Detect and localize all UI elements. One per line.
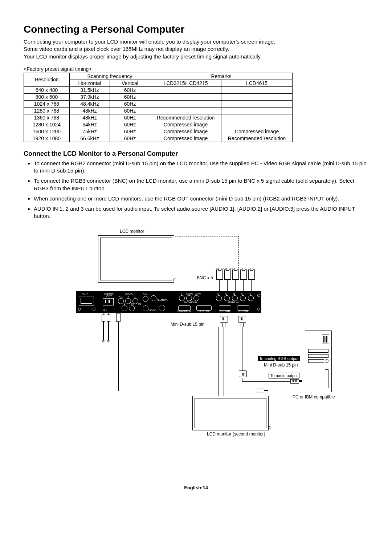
table-row: 640 x 48031.5kHz60Hz [24, 86, 293, 93]
bnc-label: BNC x 5 [197, 275, 213, 280]
instruction-list: To connect the RGB2 connector (mini D-su… [24, 160, 368, 220]
table-row: 1280 x 76848kHz60Hz [24, 107, 293, 114]
audio-plug-icon [257, 389, 264, 393]
mini-dsub-label: Mini D-sub 15 pin [171, 322, 204, 327]
list-item: AUDIO IN 1, 2 and 3 can be used for audi… [34, 205, 368, 220]
intro-line: Your LCD monitor displays proper image b… [24, 53, 368, 60]
audio-out-callout: To audio output [269, 373, 299, 378]
col-remark2: LCD4615 [221, 80, 293, 86]
mini-dsub-pc-label: Mini D-sub 15 pin [264, 362, 298, 368]
page-title: Connecting a Personal Computer [24, 24, 368, 35]
table-row: 1360 x 76848kHz60HzRecommended resolutio… [24, 114, 293, 121]
intro-paragraph: Connecting your computer to your LCD mon… [24, 38, 368, 60]
bnc-plug-icon [240, 270, 247, 280]
subhead: Connect the LCD Monitor to a Personal Co… [24, 150, 368, 158]
connection-diagram: LCD monitor BNC x 5 AC IN Speaker OUT R … [58, 229, 334, 436]
lcd-monitor-label: LCD monitor [120, 229, 144, 234]
audio-plug-icon [102, 315, 105, 322]
list-item: When connecting one or more LCD monitors… [34, 195, 368, 202]
list-item: To connect the RGB2 connector (mini D-su… [34, 160, 368, 175]
dsub-plug-icon [239, 370, 247, 377]
dsub-plug-icon [238, 316, 246, 323]
timing-table: Resolution Scanning frequency Remarks Ho… [24, 73, 293, 142]
dsub-plug-icon [290, 379, 299, 384]
bnc-plug-icon [248, 270, 255, 280]
intro-line: Some video cards and a pixel clock over … [24, 45, 368, 53]
connector-panel-icon: AC IN Speaker OUT R L AUDIO OUT 3 2 1 IN… [76, 291, 261, 313]
audio-plug-icon [116, 313, 121, 322]
intro-line: Connecting your computer to your LCD mon… [24, 38, 368, 45]
table-row: 1280 x 102464kHz60HzCompressed image [24, 121, 293, 128]
analog-rgb-callout: To analog RGB output [258, 356, 300, 361]
pc-label: PC or IBM compatible [293, 394, 335, 400]
col-scanning: Scanning frequency [70, 73, 150, 80]
page-footer: English-14 [24, 485, 368, 490]
table-caption: <Factory preset signal timing> [24, 66, 368, 72]
lcd-monitor-icon [98, 235, 174, 283]
col-remark1: LCD3215/LCD4215 [150, 80, 221, 86]
audio-plug-icon [107, 315, 110, 322]
second-monitor-icon [192, 396, 269, 430]
dsub-plug-icon [220, 316, 228, 323]
col-remarks: Remarks [150, 73, 293, 80]
col-vertical: Vertical [110, 80, 150, 86]
table-row: 1920 x 108066.6kHz60HzCompressed imageRe… [24, 135, 293, 142]
table-row: 1024 x 76848.4kHz60Hz [24, 100, 293, 107]
pc-tower-icon [305, 331, 332, 392]
list-item: To connect the RGB3 connector (BNC) on t… [34, 177, 368, 192]
col-resolution: Resolution [24, 73, 70, 86]
col-horizontal: Horizontal [70, 80, 110, 86]
table-row: 1600 x 120075kHz60HzCompressed imageComp… [24, 128, 293, 135]
bnc-plug-icon [232, 270, 239, 280]
bnc-plug-icon [216, 270, 223, 280]
table-row: 800 x 60037.9kHz60Hz [24, 93, 293, 100]
second-monitor-label: LCD monitor (second monitor) [207, 432, 265, 437]
bnc-plug-icon [224, 270, 231, 280]
